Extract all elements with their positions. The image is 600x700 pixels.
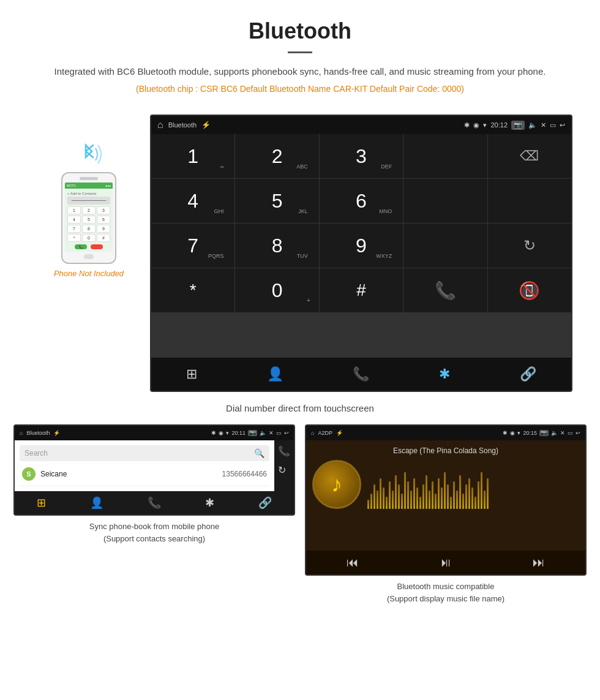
pb-tab-bt[interactable]: ✱: [205, 496, 214, 510]
statusbar-right: ✱ ◉ ▾ 20:12 📷 🔈 ✕ ▭ ↩: [464, 121, 565, 130]
car-statusbar: ⌂ Bluetooth ⚡ ✱ ◉ ▾ 20:12 📷 🔈 ✕ ▭ ↩: [151, 116, 571, 134]
search-icon[interactable]: 🔍: [254, 448, 264, 458]
dial-key-4[interactable]: 4GHI: [151, 179, 234, 223]
dial-key-8[interactable]: 8TUV: [235, 224, 318, 268]
contact-row[interactable]: S Seicane 13566664466: [20, 462, 269, 486]
tab-dialpad-icon[interactable]: ⊞: [176, 364, 207, 385]
phonebook-content: Search 🔍 S Seicane 13566664466: [15, 440, 294, 491]
music-statusbar-left: ⌂ A2DP ⚡: [311, 430, 343, 436]
camera-icon[interactable]: 📷: [511, 121, 525, 130]
tab-calls-icon[interactable]: 📞: [343, 364, 379, 385]
bluetooth-status-icon: ✱: [464, 121, 470, 129]
viz-bar: [404, 472, 406, 509]
pb-side-refresh-icon[interactable]: ↻: [278, 464, 290, 476]
music-home-icon[interactable]: ⌂: [311, 430, 314, 436]
phonebook-statusbar-right: ✱ ◉ ▾ 20:11 📷 🔈 ✕ ▭ ↩: [211, 430, 289, 436]
search-bar[interactable]: Search 🔍: [20, 445, 269, 461]
dial-key-9[interactable]: 9WXYZ: [320, 224, 403, 268]
pb-screen-icon[interactable]: ▭: [276, 430, 282, 436]
dial-caption: Dial number direct from touchscreen: [226, 403, 374, 413]
location-icon: ◉: [473, 121, 479, 129]
dial-call-button[interactable]: 📞: [403, 268, 487, 312]
viz-bar: [370, 494, 372, 509]
music-wifi-icon: ▾: [517, 430, 520, 436]
dial-key-5[interactable]: 5JKL: [235, 179, 318, 223]
phonebook-home-icon[interactable]: ⌂: [20, 430, 23, 436]
phone-key-7: 7: [67, 225, 81, 233]
viz-bar: [377, 491, 378, 509]
pb-tab-link[interactable]: 🔗: [258, 496, 272, 510]
music-statusbar-right: ✱ ◉ ▾ 20:15 📷 🔈 ✕ ▭ ↩: [503, 430, 580, 436]
viz-bar: [438, 478, 440, 509]
close-icon[interactable]: ✕: [541, 121, 546, 129]
dial-delete-key[interactable]: ⌫: [488, 134, 571, 178]
music-camera-icon[interactable]: 📷: [539, 430, 549, 436]
screen-icon[interactable]: ▭: [550, 121, 556, 129]
tab-link-icon[interactable]: 🔗: [510, 364, 546, 385]
dial-empty-2: [488, 179, 571, 223]
music-close-icon[interactable]: ✕: [560, 430, 565, 436]
tab-bluetooth-icon[interactable]: ✱: [429, 364, 460, 385]
dial-key-2[interactable]: 2ABC: [235, 134, 318, 178]
viz-bar: [478, 481, 479, 509]
music-volume-icon[interactable]: 🔈: [551, 430, 558, 436]
bluetooth-signal-icon: [73, 139, 104, 170]
phone-container: MOTO ●●● + Add to Contacts ────────── 1 …: [28, 115, 150, 278]
music-note-icon: ♪: [331, 472, 342, 497]
viz-bar: [407, 481, 409, 509]
back-icon[interactable]: ↩: [560, 121, 565, 129]
phone-key-star: *: [67, 234, 81, 242]
contact-initial: S: [22, 467, 36, 481]
phonebook-caption: Sync phone-book from mobile phone (Suppo…: [89, 521, 219, 544]
music-prev-icon[interactable]: ⏮: [347, 555, 359, 570]
viz-bar: [462, 494, 464, 509]
viz-bar: [450, 497, 452, 509]
dial-key-0[interactable]: 0+: [235, 268, 318, 312]
bt-signal-container: [73, 139, 104, 170]
viz-bar: [416, 487, 418, 509]
home-icon[interactable]: ⌂: [157, 119, 163, 130]
music-back-icon[interactable]: ↩: [576, 430, 580, 436]
dial-key-1[interactable]: 1∞: [151, 134, 234, 178]
phone-screen: MOTO ●●● + Add to Contacts ────────── 1 …: [65, 183, 113, 252]
phone-key-2: 2: [82, 206, 96, 214]
music-loc-icon: ◉: [510, 430, 515, 436]
viz-bar: [398, 484, 400, 509]
pb-camera-icon[interactable]: 📷: [248, 430, 257, 436]
volume-icon[interactable]: 🔈: [528, 121, 537, 129]
dial-key-star[interactable]: *: [151, 268, 234, 312]
tab-contacts-icon[interactable]: 👤: [257, 364, 293, 385]
pb-close-icon[interactable]: ✕: [269, 430, 274, 436]
dial-refresh-key[interactable]: ↻: [488, 224, 571, 268]
pb-tab-dialpad[interactable]: ⊞: [37, 496, 46, 510]
phone-speaker: [80, 177, 98, 180]
dial-endcall-button[interactable]: 📵: [488, 268, 571, 312]
music-next-icon[interactable]: ⏭: [533, 555, 545, 570]
viz-bar: [465, 484, 467, 509]
music-frame: ⌂ A2DP ⚡ ✱ ◉ ▾ 20:15 📷 🔈 ✕ ▭ ↩: [305, 424, 587, 576]
dial-key-6[interactable]: 6MNO: [320, 179, 403, 223]
phonebook-usb-icon: ⚡: [53, 430, 60, 436]
pb-volume-icon[interactable]: 🔈: [260, 430, 266, 436]
viz-bar: [435, 494, 437, 509]
pb-back-icon[interactable]: ↩: [284, 430, 289, 436]
phonebook-body: Search 🔍 S Seicane 13566664466: [15, 440, 274, 491]
phonebook-time: 20:11: [231, 430, 246, 436]
viz-bar: [380, 478, 381, 509]
music-time: 20:15: [523, 430, 537, 436]
pb-loc-icon: ◉: [219, 430, 223, 436]
music-screen-icon[interactable]: ▭: [568, 430, 573, 436]
pb-tab-calls[interactable]: 📞: [148, 496, 161, 510]
music-art-area: ♪: [312, 460, 579, 509]
phonebook-tabbar: ⊞ 👤 📞 ✱ 🔗: [15, 491, 294, 514]
pb-tab-contacts[interactable]: 👤: [90, 496, 103, 510]
dial-key-7[interactable]: 7PQRS: [151, 224, 234, 268]
viz-bar: [432, 481, 433, 509]
dial-key-3[interactable]: 3DEF: [320, 134, 403, 178]
statusbar-app-name: Bluetooth: [168, 121, 197, 129]
viz-bar: [481, 472, 482, 509]
dial-key-hash[interactable]: #: [320, 268, 403, 312]
pb-side-phone-icon[interactable]: 📞: [278, 445, 290, 457]
music-playpause-icon[interactable]: ⏯: [440, 555, 452, 570]
phone-end-button: [91, 244, 103, 249]
